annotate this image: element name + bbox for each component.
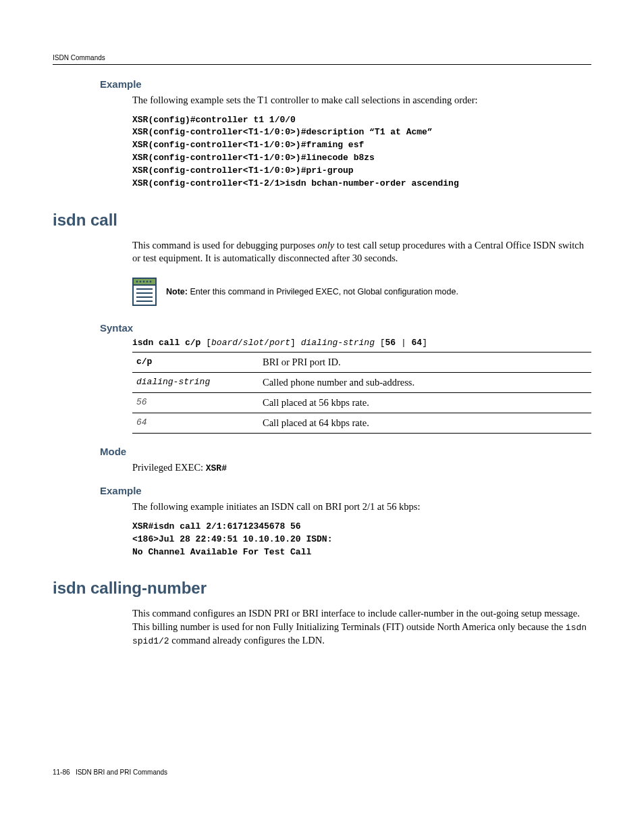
desc-part-a: This command is used for debugging purpo… xyxy=(132,240,317,251)
param-val: Call placed at 56 kbps rate. xyxy=(259,392,591,413)
syn-p2: [ xyxy=(200,338,211,348)
mode-code: XSR# xyxy=(206,463,227,473)
footer-label: ISDN BRI and PRI Commands xyxy=(76,768,167,776)
mode-title: Mode xyxy=(100,446,591,457)
command-title-isdn-calling-number: isdn calling-number xyxy=(53,579,591,598)
param-val: BRI or PRI port ID. xyxy=(259,352,591,372)
syn-p1: isdn call c/p xyxy=(132,338,200,348)
example2-code-block: XSR#isdn call 2/1:61712345678 56 <186>Ju… xyxy=(132,521,591,559)
mode-text: Privileged EXEC: XSR# xyxy=(132,461,591,475)
syn-p5: slot xyxy=(243,338,264,348)
example-intro: The following example sets the T1 contro… xyxy=(132,94,591,107)
table-row: 64 Call placed at 64 kbps rate. xyxy=(132,413,591,433)
note-icon xyxy=(132,278,157,306)
param-key: 64 xyxy=(132,413,259,433)
page-number: 11-86 xyxy=(53,768,70,776)
syn-p11: 56 xyxy=(385,338,396,348)
param-key: dialing-string xyxy=(132,372,259,392)
desc2-a: This command configures an ISDN PRI or B… xyxy=(132,608,580,632)
desc2-b: command already configures the LDN. xyxy=(169,635,325,646)
command-title-isdn-call: isdn call xyxy=(53,211,591,230)
svg-point-5 xyxy=(146,280,149,282)
syn-p9: dialing-string xyxy=(301,338,375,348)
example-code-block: XSR(config)#controller t1 1/0/0 XSR(conf… xyxy=(132,114,591,190)
syn-p3: board xyxy=(211,338,238,348)
syn-p12: | xyxy=(396,338,411,348)
page-footer: 11-86 ISDN BRI and PRI Commands xyxy=(53,768,167,776)
syn-p6: / xyxy=(264,338,269,348)
syn-p13: 64 xyxy=(412,338,423,348)
svg-point-6 xyxy=(150,280,152,282)
calling-number-description: This command configures an ISDN PRI or B… xyxy=(132,607,591,647)
table-row: dialing-string Called phone number and s… xyxy=(132,372,591,392)
param-key: 56 xyxy=(132,392,259,413)
syntax-title: Syntax xyxy=(100,322,591,334)
page: ISDN Commands Example The following exam… xyxy=(0,0,644,834)
syn-p7: port xyxy=(269,338,290,348)
desc-em: only xyxy=(317,240,334,251)
syn-p4: / xyxy=(238,338,243,348)
note-body: Enter this command in Privileged EXEC, n… xyxy=(188,287,458,296)
note-label: Note: xyxy=(166,287,188,296)
note-text: Note: Enter this command in Privileged E… xyxy=(166,287,458,296)
syn-p14: ] xyxy=(422,338,427,348)
mode-text-lead: Privileged EXEC: xyxy=(132,462,206,473)
example2-title: Example xyxy=(100,485,591,496)
section-example-title: Example xyxy=(100,78,591,90)
syn-p8: ] xyxy=(290,338,301,348)
running-header: ISDN Commands xyxy=(53,54,591,65)
table-row: 56 Call placed at 56 kbps rate. xyxy=(132,392,591,413)
syntax-line: isdn call c/p [board/slot/port] dialing-… xyxy=(132,338,591,348)
example2-intro: The following example initiates an ISDN … xyxy=(132,500,591,514)
svg-point-2 xyxy=(136,280,138,282)
params-table: c/p BRI or PRI port ID. dialing-string C… xyxy=(132,352,591,434)
param-val: Called phone number and sub-address. xyxy=(259,372,591,392)
svg-point-3 xyxy=(140,280,142,282)
note-row: Note: Enter this command in Privileged E… xyxy=(132,278,591,306)
svg-point-4 xyxy=(143,280,145,282)
syn-p10: [ xyxy=(375,338,385,348)
param-val: Call placed at 64 kbps rate. xyxy=(259,413,591,433)
isdn-call-description: This command is used for debugging purpo… xyxy=(132,239,591,265)
param-key: c/p xyxy=(132,352,259,372)
table-row: c/p BRI or PRI port ID. xyxy=(132,352,591,372)
